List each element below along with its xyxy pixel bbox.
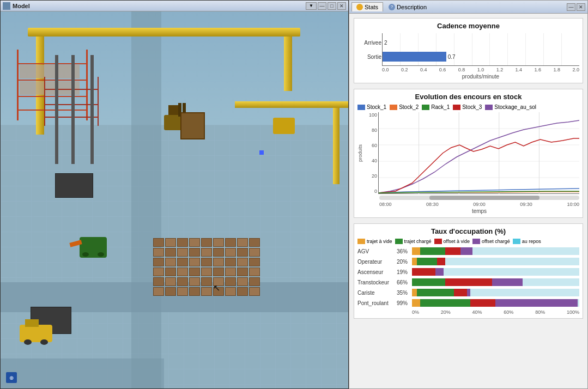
cariste-pct: 35% <box>397 290 412 296</box>
yellow-vehicle <box>20 325 52 342</box>
stats-content: Cadence moyenne <box>349 14 587 388</box>
sortie-value: 0.7 <box>448 54 456 60</box>
model-title: Model <box>13 3 30 9</box>
gantry2-leg <box>333 108 340 184</box>
arrivee-label: Arrivee <box>360 40 381 46</box>
pont-roulant-bar <box>412 299 579 307</box>
evolution-y-title: produits <box>357 112 365 194</box>
agv-robot <box>80 237 107 258</box>
pole-1 <box>55 55 58 164</box>
agv-pct: 36% <box>397 248 412 254</box>
model-titlebar: Model ▼ — □ ✕ <box>1 1 348 11</box>
legend-rack1: Rack_1 <box>431 104 450 110</box>
ascenseur-label: Ascenseur <box>357 269 397 275</box>
legend-trajet-charge: trajet chargé <box>404 239 432 244</box>
model-maximize-btn[interactable]: □ <box>328 2 336 10</box>
ascenseur-pct: 19% <box>397 269 412 275</box>
stats-tabs: Stats ? Description <box>351 2 431 11</box>
occ-row-transtockeur: Transtockeur 66% <box>357 278 579 286</box>
chart-icon <box>356 4 363 10</box>
cargo-box <box>180 112 205 139</box>
legend-stock1: Stock_1 <box>367 104 386 110</box>
model-minimize-btn[interactable]: — <box>318 2 326 10</box>
model-panel: Model ▼ — □ ✕ <box>0 0 349 389</box>
cadence-title: Cadence moyenne <box>357 22 579 30</box>
operateur-bar <box>412 258 579 265</box>
sortie-bar <box>383 52 446 62</box>
agv-bar <box>412 247 579 255</box>
tab-stats-label: Stats <box>365 4 378 10</box>
evolution-x-labels: 08:0008:3009:0009:3010:00 <box>379 202 579 207</box>
evolution-chart: produits 100806040200 <box>357 112 579 194</box>
model-close-btn[interactable]: ✕ <box>337 2 346 10</box>
pole-3 <box>90 55 94 164</box>
transtockeur-label: Transtockeur <box>357 279 397 285</box>
cadence-x-labels: 0.00.20.40.60.81.01.21.41.61.82.0 <box>382 67 579 72</box>
occupation-rows: AGV 36% Operateur 20% <box>357 247 579 307</box>
stats-titlebar: Stats ? Description — ✕ <box>349 1 587 14</box>
platform-1 <box>55 173 93 198</box>
pole-2 <box>71 55 75 164</box>
evolution-y-labels: 100806040200 <box>365 112 378 194</box>
pont-roulant-label: Pont_roulant <box>357 300 397 306</box>
pallet-grid <box>153 238 260 296</box>
operateur-label: Operateur <box>357 259 397 265</box>
blue-indicator <box>259 150 264 155</box>
occ-row-operateur: Operateur 20% <box>357 258 579 265</box>
operateur-pct: 20% <box>397 259 412 265</box>
legend-stock2: Stock_2 <box>399 104 419 110</box>
arrivee-value: 2 <box>384 40 387 46</box>
legend-offset-vide: offset à vide <box>444 239 470 244</box>
tab-stats[interactable]: Stats <box>351 2 383 11</box>
legend-trajet-vide: trajet à vide <box>367 239 392 244</box>
agv-label: AGV <box>357 248 397 254</box>
gantry2-beam <box>235 101 348 108</box>
evolution-x-title: temps <box>379 208 579 214</box>
legend-stock3: Stock_3 <box>462 104 482 110</box>
occupation-title: Taux d'occupation (%) <box>357 227 579 235</box>
gantry-beam <box>28 28 300 37</box>
gantry-right-leg-upper <box>284 37 292 91</box>
sortie-label: Sortie <box>360 54 381 60</box>
legend-au-repos: au repos <box>522 239 541 244</box>
legend-stockage-sol: Stockage_au_sol <box>494 104 536 110</box>
stats-minimize-btn[interactable]: — <box>567 3 575 11</box>
occ-row-agv: AGV 36% <box>357 247 579 255</box>
ascenseur-bar <box>412 268 579 276</box>
cariste-bar <box>412 289 579 296</box>
cadence-section: Cadence moyenne <box>354 18 583 83</box>
cadence-x-title: produits/minute <box>382 74 579 80</box>
occ-row-cariste: Cariste 35% <box>357 289 579 296</box>
evolution-legend: Stock_1 Stock_2 Rack_1 Stock_3 Stockage_… <box>357 104 579 110</box>
nav-icon[interactable]: ⊕ <box>6 372 17 383</box>
model-dropdown-btn[interactable]: ▼ <box>306 2 317 10</box>
question-icon: ? <box>389 4 395 10</box>
evolution-svg <box>379 112 579 194</box>
evolution-section: Evolution des encours en stock Stock_1 S… <box>354 89 583 218</box>
evolution-title: Evolution des encours en stock <box>357 93 579 101</box>
occupation-section: Taux d'occupation (%) trajet à vide traj… <box>354 223 583 319</box>
legend-offset-charge: offset chargé <box>482 239 510 244</box>
model-icon <box>3 2 10 10</box>
vehicle-2 <box>273 118 295 134</box>
tab-description-label: Description <box>397 4 427 10</box>
model-viewport[interactable]: ↖ ⊕ <box>1 11 348 388</box>
occ-row-pont-roulant: Pont_roulant 99% <box>357 299 579 307</box>
cariste-label: Cariste <box>357 290 397 296</box>
tab-description[interactable]: ? Description <box>384 3 431 11</box>
occ-row-ascenseur: Ascenseur 19% <box>357 268 579 276</box>
occupation-legend: trajet à vide trajet chargé offset à vid… <box>357 239 579 244</box>
transtockeur-pct: 66% <box>397 279 412 285</box>
pont-roulant-pct: 99% <box>397 300 412 306</box>
occupation-x-labels: 0%20%40%60%80%100% <box>412 309 579 315</box>
stats-panel: Stats ? Description — ✕ Cadence moyenne <box>349 0 588 389</box>
transtockeur-bar <box>412 278 579 286</box>
evolution-scrollbar[interactable] <box>379 196 579 200</box>
stats-close-btn[interactable]: ✕ <box>577 3 585 11</box>
